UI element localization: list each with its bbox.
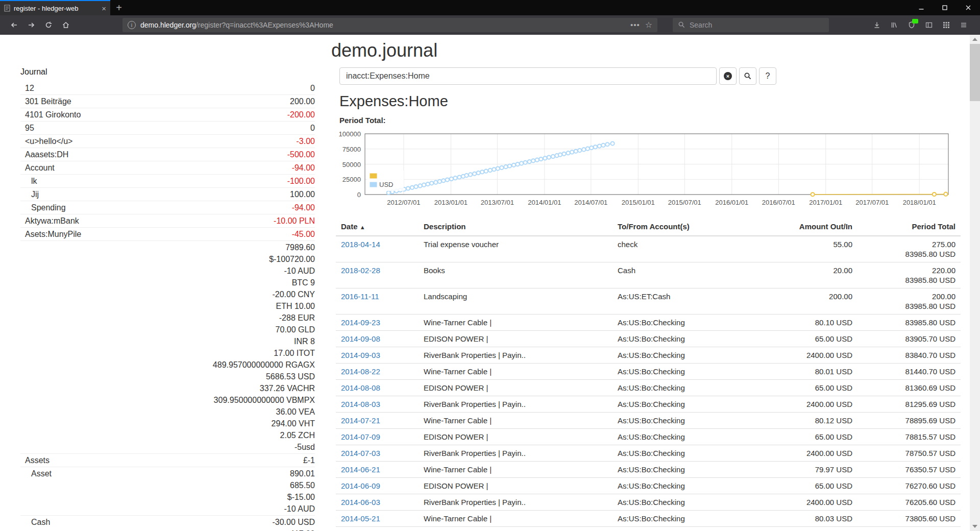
sidebar-account-row[interactable]: Aktywa:mBank-10.00 PLN: [20, 214, 315, 228]
transaction-description: RiverBank Properties | Payin..: [419, 494, 612, 511]
browser-search-bar[interactable]: [673, 18, 829, 32]
page-actions-icon[interactable]: •••: [630, 20, 640, 29]
account-name[interactable]: 4101 Girokonto: [25, 109, 81, 120]
clear-circle-x-icon: ×: [724, 72, 732, 80]
account-name[interactable]: Asset: [31, 468, 52, 479]
sidebar-account-row[interactable]: Cash-30.00 USD-117.00: [20, 516, 315, 531]
transaction-date-link[interactable]: 2014-08-03: [341, 400, 380, 408]
sidebar-account-row[interactable]: 950: [20, 122, 315, 135]
sidebar-account-row[interactable]: <u>hello</u>-3.00: [20, 135, 315, 148]
account-name[interactable]: Aaasets:DH: [25, 149, 68, 160]
sidebar-account-row[interactable]: Asets:MunyPile-45.00: [20, 228, 315, 241]
account-name[interactable]: Assets: [25, 454, 50, 466]
account-name[interactable]: 12: [25, 82, 34, 94]
new-tab-button[interactable]: +: [110, 0, 128, 15]
scrollbar-thumb[interactable]: [970, 44, 980, 101]
url-bar[interactable]: i demo.hledger.org/register?q=inacct%3AE…: [122, 18, 657, 32]
query-input[interactable]: [339, 67, 717, 85]
transaction-period-total: 275.0083985.80 USD: [857, 236, 961, 262]
extension-button[interactable]: [904, 18, 919, 32]
forward-button[interactable]: [23, 17, 39, 33]
home-button[interactable]: [58, 17, 74, 33]
help-button[interactable]: ?: [759, 67, 776, 85]
account-name[interactable]: 301 Beiträge: [25, 95, 71, 107]
library-button[interactable]: [887, 18, 901, 32]
account-balance: 100.00: [290, 188, 315, 200]
transaction-date-link[interactable]: 2014-09-08: [341, 334, 380, 343]
account-name[interactable]: Account: [25, 162, 55, 174]
apps-grid-button[interactable]: [939, 18, 953, 32]
sidebar-account-row[interactable]: 7989.60$-100720.00-10 AUDBTC 9-20.00 CNY…: [20, 241, 315, 454]
transaction-date-link[interactable]: 2014-09-23: [341, 318, 380, 327]
transaction-date-link[interactable]: 2014-05-21: [341, 514, 380, 523]
scrollbar-down-arrow-icon[interactable]: [972, 525, 977, 528]
run-query-button[interactable]: [739, 67, 756, 85]
register-row: 2014-06-09EDISON POWER |As:US:Bo:Checkin…: [336, 478, 961, 494]
transaction-date-link[interactable]: 2014-07-21: [341, 416, 380, 425]
transaction-date-link[interactable]: 2014-07-09: [341, 432, 380, 441]
transaction-date-link[interactable]: 2014-08-08: [341, 383, 380, 392]
downloads-button[interactable]: [870, 18, 884, 32]
transaction-period-total: 76350.57 USD: [857, 462, 961, 478]
account-name[interactable]: Spending: [31, 202, 66, 213]
window-close-button[interactable]: [957, 0, 980, 15]
transaction-date-link[interactable]: 2018-02-28: [341, 266, 380, 275]
tab-close-icon[interactable]: ×: [102, 5, 106, 12]
account-name[interactable]: Jij: [31, 188, 39, 200]
account-name[interactable]: lk: [31, 175, 37, 187]
column-header-period-total[interactable]: Period Total: [857, 219, 961, 236]
sidebar-journal-link[interactable]: Journal: [20, 67, 315, 77]
library-icon: [890, 21, 898, 29]
sidebar-account-row[interactable]: 4101 Girokonto-200.00: [20, 108, 315, 122]
sidebar-account-row[interactable]: Asset890.01685.50$-15.00-10 AUD: [20, 467, 315, 516]
sidebar-account-row[interactable]: Assets£-1: [20, 454, 315, 467]
transaction-account: As:US:Bo:Checking: [612, 331, 761, 347]
transaction-date-link[interactable]: 2014-07-03: [341, 449, 380, 457]
sidebar-account-row[interactable]: Account-94.00: [20, 161, 315, 175]
window-maximize-button[interactable]: [933, 0, 957, 15]
chart-legend: USD: [367, 171, 404, 191]
transaction-date-link[interactable]: 2016-11-11: [341, 292, 379, 301]
clear-query-button[interactable]: ×: [719, 67, 737, 85]
window-minimize-button[interactable]: [910, 0, 933, 15]
transaction-period-total: 76205.60 USD: [857, 494, 961, 511]
tab-title: register - hledger-web: [14, 5, 98, 12]
browser-search-input[interactable]: [690, 21, 824, 29]
scrollbar-up-arrow-icon[interactable]: [972, 38, 977, 41]
account-name[interactable]: 95: [25, 122, 34, 134]
account-name[interactable]: Asets:MunyPile: [25, 228, 81, 240]
page-scrollbar[interactable]: [970, 35, 980, 531]
svg-text:2017/01/01: 2017/01/01: [809, 199, 842, 206]
account-name[interactable]: <u>hello</u>: [25, 135, 72, 147]
back-button[interactable]: [6, 17, 21, 33]
transaction-date-link[interactable]: 2014-09-03: [341, 351, 380, 359]
menu-button[interactable]: [957, 18, 971, 32]
transaction-date-link[interactable]: 2014-06-21: [341, 465, 380, 474]
bookmark-star-icon[interactable]: ☆: [645, 20, 652, 30]
transaction-period-total: 81295.69 USD: [857, 396, 961, 413]
sidebar-account-row[interactable]: 120: [20, 82, 315, 95]
transaction-date-link[interactable]: 2014-06-09: [341, 481, 380, 490]
sidebar-account-row[interactable]: 301 Beiträge200.00: [20, 95, 315, 108]
transaction-date-link[interactable]: 2014-06-03: [341, 498, 380, 506]
account-name[interactable]: Cash: [31, 516, 50, 528]
sidebar-account-row[interactable]: Spending-94.00: [20, 201, 315, 214]
browser-tab[interactable]: register - hledger-web ×: [0, 0, 110, 15]
reload-button[interactable]: [41, 17, 56, 33]
sidebar-account-row[interactable]: Aaasets:DH-500.00: [20, 148, 315, 161]
svg-text:50000: 50000: [342, 161, 361, 168]
transaction-account: As:US:Bo:Checking: [612, 429, 761, 445]
sidebars-button[interactable]: [922, 18, 936, 32]
column-header-account[interactable]: To/From Account(s): [612, 219, 761, 236]
column-header-date[interactable]: Date ▲: [336, 219, 419, 236]
sidebar-account-row[interactable]: lk-100.00: [20, 175, 315, 188]
sidebar-account-row[interactable]: Jij100.00: [20, 188, 315, 201]
transaction-description: EDISON POWER |: [419, 478, 612, 494]
transaction-date-link[interactable]: 2014-08-22: [341, 367, 380, 376]
column-header-description[interactable]: Description: [419, 219, 612, 236]
account-name[interactable]: Aktywa:mBank: [25, 215, 79, 227]
transaction-description: Wine-Tarner Cable |: [419, 413, 612, 429]
column-header-amount[interactable]: Amount Out/In: [761, 219, 857, 236]
site-info-icon[interactable]: i: [128, 21, 136, 29]
transaction-date-link[interactable]: 2018-04-14: [341, 240, 380, 249]
